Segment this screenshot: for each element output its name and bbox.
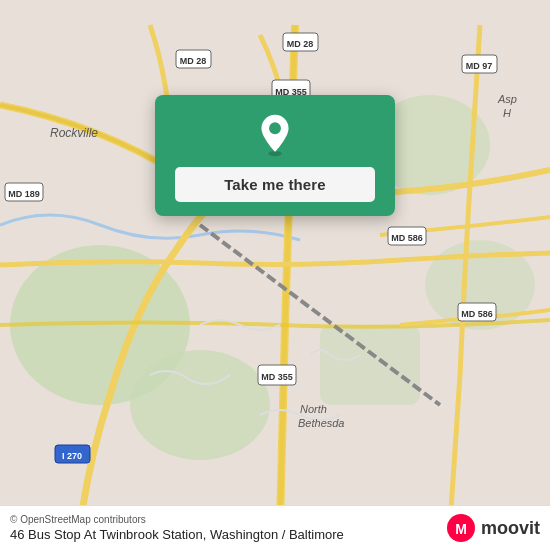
moovit-brand-text: moovit [481, 518, 540, 539]
take-me-there-button[interactable]: Take me there [175, 167, 375, 202]
moovit-icon: M [447, 514, 475, 542]
location-pin-icon [253, 113, 297, 157]
osm-credit: © OpenStreetMap contributors [10, 514, 344, 525]
svg-text:Bethesda: Bethesda [298, 417, 344, 429]
svg-text:MD 97: MD 97 [466, 61, 493, 71]
svg-text:I 270: I 270 [62, 451, 82, 461]
bottom-bar: © OpenStreetMap contributors 46 Bus Stop… [0, 505, 550, 550]
svg-text:MD 189: MD 189 [8, 189, 40, 199]
svg-text:H: H [503, 107, 511, 119]
moovit-logo: M moovit [447, 514, 540, 542]
svg-text:Asp: Asp [497, 93, 517, 105]
svg-text:MD 28: MD 28 [287, 39, 314, 49]
svg-point-2 [130, 350, 270, 460]
popup-card: Take me there [155, 95, 395, 216]
svg-text:MD 28: MD 28 [180, 56, 207, 66]
bottom-left-info: © OpenStreetMap contributors 46 Bus Stop… [10, 514, 344, 542]
svg-text:MD 586: MD 586 [391, 233, 423, 243]
svg-rect-5 [320, 325, 420, 405]
location-name: 46 Bus Stop At Twinbrook Station, Washin… [10, 527, 344, 542]
map-container: MD 355 MD 355 MD 28 MD 28 MD 97 MD 586 M… [0, 0, 550, 550]
svg-text:M: M [455, 521, 467, 537]
svg-text:Rockville: Rockville [50, 126, 98, 140]
map-background: MD 355 MD 355 MD 28 MD 28 MD 97 MD 586 M… [0, 0, 550, 550]
svg-text:MD 355: MD 355 [261, 372, 293, 382]
svg-point-31 [269, 122, 281, 134]
svg-text:North: North [300, 403, 327, 415]
svg-text:MD 586: MD 586 [461, 309, 493, 319]
